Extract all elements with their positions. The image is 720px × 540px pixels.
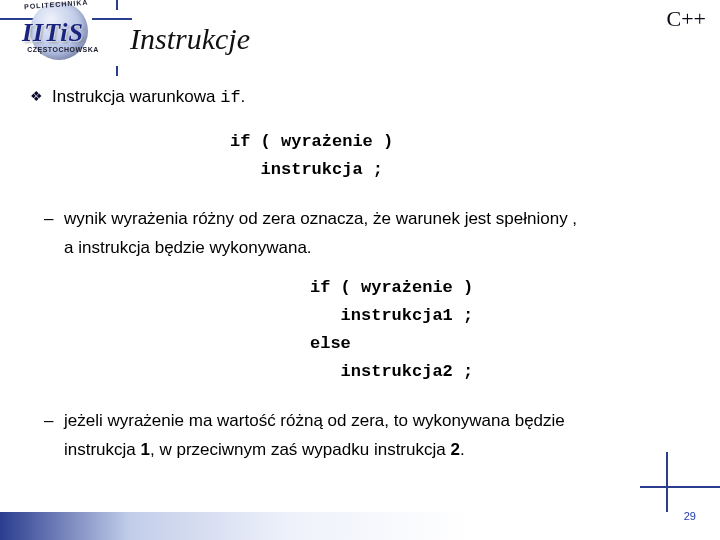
logo-text: IITiS xyxy=(22,18,84,48)
code-block-if-else: if ( wyrażenie ) instrukcja1 ; else inst… xyxy=(310,274,690,386)
explanation-line: wynik wyrażenia różny od zera oznacza, ż… xyxy=(30,208,690,231)
bullet-text-after: . xyxy=(241,87,246,106)
footer-gradient xyxy=(0,512,720,540)
page-number: 29 xyxy=(684,510,696,522)
explanation-line: jeżeli wyrażenie ma wartość różną od zer… xyxy=(30,410,690,433)
code-line: instrukcja ; xyxy=(230,160,383,179)
slide-body: Instrukcja warunkowa if. if ( wyrażenie … xyxy=(30,86,690,468)
cpp-badge: C++ xyxy=(667,6,707,32)
slide-title: Instrukcje xyxy=(130,22,250,56)
bullet-conditional-if: Instrukcja warunkowa if. xyxy=(30,86,690,110)
code-line: instrukcja1 ; xyxy=(310,306,473,325)
explanation-line: instrukcja 1, w przeciwnym zaś wypadku i… xyxy=(30,439,690,462)
ref-2: 2 xyxy=(450,440,459,459)
logo-arc-bottom: CZĘSTOCHOWSKA xyxy=(8,46,118,53)
text: instrukcja xyxy=(64,440,141,459)
text: , w przeciwnym zaś wypadku instrukcja xyxy=(150,440,450,459)
bullet-text: Instrukcja warunkowa xyxy=(52,87,220,106)
text: . xyxy=(460,440,465,459)
code-block-if: if ( wyrażenie ) instrukcja ; xyxy=(230,128,690,184)
ref-1: 1 xyxy=(141,440,150,459)
inline-code-if: if xyxy=(220,88,240,107)
code-line: instrukcja2 ; xyxy=(310,362,473,381)
university-logo: POLITECHNIKA IITiS CZĘSTOCHOWSKA xyxy=(8,2,118,72)
code-line: if ( wyrażenie ) xyxy=(310,278,473,297)
decor-line xyxy=(640,486,720,488)
code-line: else xyxy=(310,334,351,353)
code-line: if ( wyrażenie ) xyxy=(230,132,393,151)
explanation-line: a instrukcja będzie wykonywana. xyxy=(30,237,690,260)
